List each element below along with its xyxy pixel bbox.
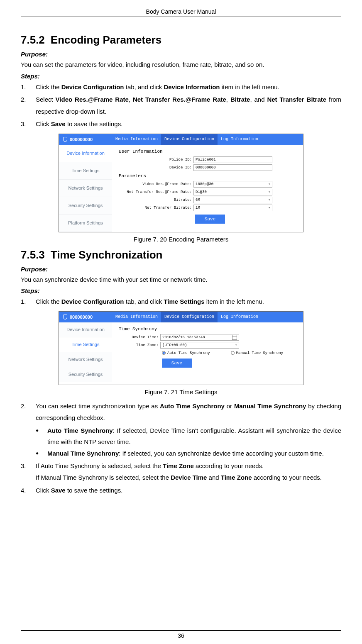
radio-auto-time-synchrony[interactable]: Auto Time Synchrony: [162, 351, 210, 355]
radio-manual-time-synchrony[interactable]: Manual Time Synchrony: [231, 351, 283, 355]
device-id-badge: 000000000: [59, 137, 112, 142]
section-user-information: User Information: [119, 149, 296, 154]
figure-time-settings: 000000000 Media Information Device Confi…: [59, 311, 303, 385]
tab-media-information[interactable]: Media Information: [112, 312, 161, 322]
device-id-badge: 000000000: [59, 315, 112, 320]
sidebar: Device Information Time Settings Network…: [59, 145, 112, 232]
input-police-id[interactable]: Police001: [193, 156, 272, 163]
sidebar-time-settings[interactable]: Time Settings: [59, 337, 112, 352]
save-button[interactable]: Save: [195, 215, 225, 224]
label-time-zone: Time Zone:: [119, 343, 160, 347]
select-bitrate[interactable]: 6M▾: [193, 197, 272, 203]
label-device-id: Device ID:: [119, 166, 193, 170]
label-video-res: Video Res.@Frame Rate:: [119, 182, 193, 186]
save-button[interactable]: Save: [162, 359, 192, 368]
sidebar-network-settings[interactable]: Network Settings: [59, 180, 112, 197]
step-item: 3. Click Save to save the settings.: [21, 118, 341, 130]
purpose-label: Purpose:: [21, 51, 341, 58]
label-net-transfer-res: Net Transfer Res.@Frame Rate:: [119, 190, 193, 194]
chevron-down-icon: ▾: [268, 206, 270, 210]
bullet-item: Manual Time Synchrony: If selected, you …: [36, 448, 341, 459]
chevron-down-icon: ▾: [268, 198, 270, 202]
shield-icon: [63, 137, 67, 142]
label-police-id: Police ID:: [119, 158, 193, 162]
sidebar-security-settings[interactable]: Security Settings: [59, 197, 112, 215]
tab-log-information[interactable]: Log Information: [218, 312, 262, 322]
select-net-transfer-bitrate[interactable]: 1M▾: [193, 205, 272, 211]
input-device-id[interactable]: 000000000: [193, 164, 272, 171]
section-heading-encoding: 7.5.2Encoding Parameters: [21, 34, 341, 46]
select-time-zone[interactable]: (UTC+08:00)▾: [160, 342, 239, 349]
input-device-time[interactable]: 2016/02/16 13:53:48: [160, 334, 239, 341]
tab-device-configuration[interactable]: Device Configuration: [161, 134, 218, 145]
chevron-down-icon: ▾: [268, 190, 270, 194]
tab-device-configuration[interactable]: Device Configuration: [161, 312, 218, 322]
sidebar-device-information[interactable]: Device Information: [59, 145, 112, 162]
section-parameters: Parameters: [119, 173, 296, 178]
step-item: 4. Click Save to save the settings.: [21, 485, 341, 497]
step-item: 3. If Auto Time Synchrony is selected, s…: [21, 460, 341, 484]
document-header: Body Camera User Manual: [21, 8, 341, 17]
bullet-item: Auto Time Synchrony: If selected, Device…: [36, 425, 341, 448]
page-number: 36: [21, 630, 341, 639]
app-topbar: 000000000 Media Information Device Confi…: [59, 134, 303, 145]
select-net-transfer-res[interactable]: D1@30▾: [193, 189, 272, 195]
figure-caption: Figure 7. 21 Time Settings: [21, 388, 341, 395]
shield-icon: [63, 315, 67, 320]
app-topbar: 000000000 Media Information Device Confi…: [59, 312, 303, 322]
sidebar-device-information[interactable]: Device Information: [59, 322, 112, 337]
figure-caption: Figure 7. 20 Encoding Parameters: [21, 236, 341, 243]
figure-encoding-parameters: 000000000 Media Information Device Confi…: [59, 134, 303, 232]
tab-media-information[interactable]: Media Information: [112, 134, 161, 145]
sidebar-network-settings[interactable]: Network Settings: [59, 352, 112, 367]
sidebar-time-settings[interactable]: Time Settings: [59, 162, 112, 180]
chevron-down-icon: ▾: [268, 182, 270, 186]
sidebar-platform-settings[interactable]: Platform Settings: [59, 215, 112, 232]
steps-label: Steps:: [21, 73, 341, 80]
label-net-transfer-bitrate: Net Transfer Bitrate:: [119, 206, 193, 210]
step-item: 1. Click the Device Configuration tab, a…: [21, 81, 341, 93]
purpose-label: Purpose:: [21, 266, 341, 273]
chevron-down-icon: ▾: [235, 343, 237, 347]
calendar-icon: [232, 335, 237, 340]
select-video-res[interactable]: 1080p@30▾: [193, 181, 272, 188]
purpose-text: You can synchronize device time with you…: [21, 274, 341, 285]
steps-label: Steps:: [21, 287, 341, 294]
sidebar: Device Information Time Settings Network…: [59, 322, 112, 385]
tab-log-information[interactable]: Log Information: [218, 134, 262, 145]
radio-icon: [231, 351, 235, 355]
step-item: 2. Select Video Res.@Frame Rate, Net Tra…: [21, 94, 341, 117]
purpose-text: You can set the parameters for video, in…: [21, 59, 341, 70]
step-item: 2. You can select time synchronization t…: [21, 400, 341, 424]
label-device-time: Device Time:: [119, 335, 160, 339]
radio-icon: [162, 351, 166, 355]
sidebar-security-settings[interactable]: Security Settings: [59, 367, 112, 382]
section-heading-time-sync: 7.5.3Time Synchronization: [21, 249, 341, 261]
section-time-synchrony: Time Synchrony: [119, 327, 296, 332]
step-item: 1. Click the Device Configuration tab, a…: [21, 296, 341, 308]
label-bitrate: Bitrate:: [119, 198, 193, 202]
